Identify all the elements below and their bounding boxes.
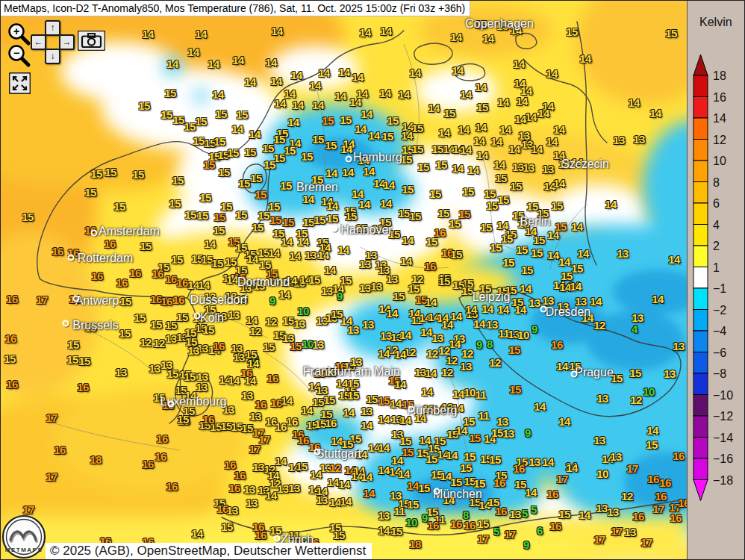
legend-color-segment: [693, 246, 708, 267]
legend-color-segment: [693, 267, 708, 289]
title-bar: MetMaps, Icon-D2 T-Anomaly850, Mos Tempe…: [1, 1, 470, 16]
legend-tick-label: 2: [713, 240, 720, 252]
arrow-right-icon: →: [63, 37, 72, 47]
legend-tick-label: 14: [713, 112, 726, 125]
button-frame: [10, 73, 31, 94]
arrow-down-icon: ↓: [51, 51, 55, 61]
legend-tick-label: 18: [713, 69, 726, 82]
legend-color-segment: [693, 225, 708, 246]
legend-tick-label: −16: [713, 452, 733, 465]
legend-color-segment: [693, 438, 708, 459]
legend-color-segment: [693, 140, 708, 161]
legend-tick-label: −12: [713, 410, 733, 423]
zoom-out-button[interactable]: −: [7, 43, 32, 69]
fullscreen-button[interactable]: [9, 72, 31, 94]
legend-arrow-bottom: [693, 480, 708, 501]
legend-tick-label: −4: [713, 325, 726, 337]
magnifier-handle: [22, 58, 28, 65]
legend-tick-label: −8: [713, 367, 726, 380]
legend-tick-label: 4: [713, 219, 720, 231]
map-title: MetMaps, Icon-D2 T-Anomaly850, Mos Tempe…: [4, 2, 465, 14]
legend-color-segment: [693, 182, 708, 204]
legend-tick-label: −14: [713, 432, 733, 444]
legend-panel: Kelvin 181614121086421−1−2−4−6−8−10−12−1…: [687, 1, 745, 560]
legend-color-segment: [693, 288, 708, 310]
legend-tick-label: 8: [713, 176, 720, 189]
legend-unit-label: Kelvin: [699, 16, 732, 29]
pan-up-button[interactable]: ↑: [45, 20, 60, 36]
snapshot-button[interactable]: [78, 31, 105, 51]
legend-tick-label: 6: [713, 197, 720, 210]
attribution-text[interactable]: © 2025 (AGB), OpenStreetMap, Deutscher W…: [50, 544, 366, 558]
legend-tick-label: 16: [713, 91, 726, 104]
metmaps-logo: METMAPS: [1, 514, 48, 560]
legend-color-segment: [693, 203, 708, 225]
legend-color-segment: [693, 352, 708, 374]
magnifier-handle: [22, 37, 28, 43]
legend-color-segment: [693, 118, 708, 140]
legend-scale: 181614121086421−1−2−4−6−8−10−12−14−16−18: [688, 1, 745, 560]
weather-app: 1414141414141515141515141414141414141414…: [0, 0, 745, 560]
legend-color-segment: [693, 331, 708, 352]
pan-right-button[interactable]: →: [59, 34, 75, 50]
legend-color-segment: [693, 373, 708, 395]
legend-tick-label: −6: [713, 346, 726, 359]
zoom-in-icon: +: [13, 25, 19, 37]
legend-tick-label: 10: [713, 155, 726, 167]
logo-text: METMAPS: [5, 547, 43, 553]
legend-tick-label: 12: [713, 134, 726, 146]
arrow-up-icon: ↑: [51, 22, 55, 33]
pan-left-button[interactable]: ←: [31, 34, 46, 50]
legend-color-segment: [693, 310, 708, 332]
arrow-left-icon: ←: [34, 37, 43, 47]
pan-down-button[interactable]: ↓: [45, 49, 60, 64]
zoom-out-icon: −: [13, 47, 19, 59]
legend-color-segment: [693, 416, 708, 438]
legend-tick-label: −10: [713, 389, 733, 402]
legend-color-segment: [693, 97, 708, 119]
legend-color-segment: [693, 161, 708, 182]
legend-tick-label: 1: [713, 261, 720, 274]
legend-color-segment: [693, 75, 708, 97]
legend-arrow-top: [693, 55, 708, 75]
legend-tick-label: −1: [713, 282, 726, 295]
pan-control: ↑ ← → ↓: [31, 20, 75, 65]
legend-tick-label: −2: [713, 304, 726, 317]
legend-tick-label: −18: [713, 474, 733, 487]
attribution-bar: © 2025 (AGB), OpenStreetMap, Deutscher W…: [46, 543, 372, 560]
legend-color-segment: [693, 458, 708, 480]
weather-map[interactable]: [1, 1, 745, 560]
legend-color-segment: [693, 395, 708, 417]
